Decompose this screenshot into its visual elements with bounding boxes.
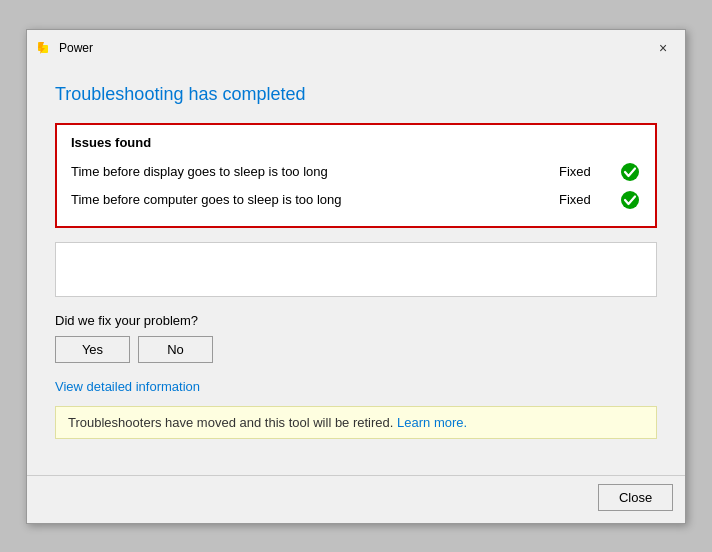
power-icon (35, 39, 53, 57)
issue-row-1: Time before display goes to sleep is too… (71, 158, 641, 186)
scroll-area (55, 242, 657, 297)
fix-question: Did we fix your problem? (55, 313, 657, 328)
svg-point-4 (621, 191, 639, 209)
view-detailed-link[interactable]: View detailed information (55, 379, 657, 394)
page-heading: Troubleshooting has completed (55, 84, 657, 105)
checkmark-icon-2 (619, 189, 641, 211)
learn-more-link[interactable]: Learn more. (397, 415, 467, 430)
notice-box: Troubleshooters have moved and this tool… (55, 406, 657, 439)
checkmark-icon-1 (619, 161, 641, 183)
title-bar: Power × (27, 30, 685, 64)
issue-text-2: Time before computer goes to sleep is to… (71, 192, 551, 207)
close-icon[interactable]: × (653, 38, 673, 58)
answer-buttons: Yes No (55, 336, 657, 363)
no-button[interactable]: No (138, 336, 213, 363)
issue-status-1: Fixed (551, 164, 611, 179)
main-content: Troubleshooting has completed Issues fou… (27, 64, 685, 475)
yes-button[interactable]: Yes (55, 336, 130, 363)
dialog-window: Power × Troubleshooting has completed Is… (26, 29, 686, 524)
svg-point-3 (621, 163, 639, 181)
issue-text-1: Time before display goes to sleep is too… (71, 164, 551, 179)
dialog-footer: Close (27, 475, 685, 523)
issue-row-2: Time before computer goes to sleep is to… (71, 186, 641, 214)
issues-title: Issues found (71, 135, 641, 150)
issues-box: Issues found Time before display goes to… (55, 123, 657, 228)
title-bar-text: Power (59, 41, 653, 55)
issue-status-2: Fixed (551, 192, 611, 207)
close-button[interactable]: Close (598, 484, 673, 511)
notice-text: Troubleshooters have moved and this tool… (68, 415, 393, 430)
